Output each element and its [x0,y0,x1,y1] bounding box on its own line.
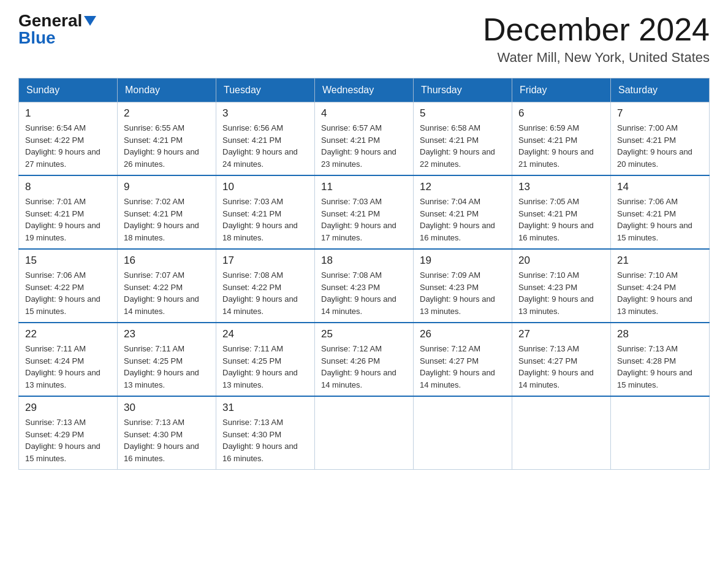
day-info: Sunrise: 7:04 AM Sunset: 4:21 PM Dayligh… [420,196,506,243]
logo-blue-text: Blue [18,29,56,47]
calendar-cell: 28 Sunrise: 7:13 AM Sunset: 4:28 PM Dayl… [611,323,710,396]
day-info: Sunrise: 7:08 AM Sunset: 4:22 PM Dayligh… [222,269,308,317]
day-info: Sunrise: 6:55 AM Sunset: 4:21 PM Dayligh… [124,122,210,170]
day-number: 24 [222,328,308,340]
col-header-friday: Friday [512,79,611,102]
calendar-cell [611,396,710,470]
col-header-monday: Monday [118,79,216,102]
day-info: Sunrise: 7:12 AM Sunset: 4:27 PM Dayligh… [420,343,506,391]
day-number: 23 [124,328,210,340]
day-info: Sunrise: 7:05 AM Sunset: 4:21 PM Dayligh… [518,196,604,243]
day-info: Sunrise: 7:11 AM Sunset: 4:25 PM Dayligh… [124,343,210,391]
day-number: 3 [222,107,308,120]
day-info: Sunrise: 7:11 AM Sunset: 4:25 PM Dayligh… [222,343,308,391]
day-info: Sunrise: 6:56 AM Sunset: 4:21 PM Dayligh… [222,122,308,170]
calendar-cell: 20 Sunrise: 7:10 AM Sunset: 4:23 PM Dayl… [512,249,611,323]
page-header: General Blue December 2024 Water Mill, N… [18,12,710,66]
day-info: Sunrise: 7:10 AM Sunset: 4:24 PM Dayligh… [617,269,703,317]
day-number: 7 [617,107,703,120]
calendar-cell: 16 Sunrise: 7:07 AM Sunset: 4:22 PM Dayl… [118,249,216,323]
calendar-cell: 2 Sunrise: 6:55 AM Sunset: 4:21 PM Dayli… [118,102,216,176]
day-number: 4 [321,107,407,120]
day-number: 13 [518,181,604,193]
calendar-cell: 22 Sunrise: 7:11 AM Sunset: 4:24 PM Dayl… [19,323,118,396]
day-info: Sunrise: 7:09 AM Sunset: 4:23 PM Dayligh… [420,269,506,317]
calendar-cell: 15 Sunrise: 7:06 AM Sunset: 4:22 PM Dayl… [19,249,118,323]
col-header-tuesday: Tuesday [216,79,315,102]
calendar-cell: 18 Sunrise: 7:08 AM Sunset: 4:23 PM Dayl… [315,249,414,323]
day-number: 8 [25,181,111,193]
calendar-week-row: 8 Sunrise: 7:01 AM Sunset: 4:21 PM Dayli… [19,175,710,249]
day-info: Sunrise: 6:57 AM Sunset: 4:21 PM Dayligh… [321,122,407,170]
day-number: 11 [321,181,407,193]
logo: General Blue [18,12,96,47]
day-info: Sunrise: 7:10 AM Sunset: 4:23 PM Dayligh… [518,269,604,317]
logo-general-text: General [18,12,82,29]
day-number: 22 [25,328,111,340]
day-info: Sunrise: 6:59 AM Sunset: 4:21 PM Dayligh… [518,122,604,170]
calendar-cell: 27 Sunrise: 7:13 AM Sunset: 4:27 PM Dayl… [512,323,611,396]
calendar-cell: 7 Sunrise: 7:00 AM Sunset: 4:21 PM Dayli… [611,102,710,176]
day-number: 27 [518,328,604,340]
day-info: Sunrise: 7:13 AM Sunset: 4:29 PM Dayligh… [25,416,111,464]
col-header-sunday: Sunday [19,79,118,102]
logo-triangle-icon [84,16,96,26]
day-info: Sunrise: 7:13 AM Sunset: 4:30 PM Dayligh… [222,416,308,464]
calendar-cell: 3 Sunrise: 6:56 AM Sunset: 4:21 PM Dayli… [216,102,315,176]
day-info: Sunrise: 7:08 AM Sunset: 4:23 PM Dayligh… [321,269,407,317]
day-number: 28 [617,328,703,340]
day-info: Sunrise: 7:03 AM Sunset: 4:21 PM Dayligh… [321,196,407,243]
day-number: 9 [124,181,210,193]
calendar-cell: 9 Sunrise: 7:02 AM Sunset: 4:21 PM Dayli… [118,175,216,249]
calendar-header-row: SundayMondayTuesdayWednesdayThursdayFrid… [19,79,710,102]
calendar-cell: 26 Sunrise: 7:12 AM Sunset: 4:27 PM Dayl… [414,323,512,396]
calendar-table: SundayMondayTuesdayWednesdayThursdayFrid… [18,78,710,470]
calendar-cell: 23 Sunrise: 7:11 AM Sunset: 4:25 PM Dayl… [118,323,216,396]
col-header-wednesday: Wednesday [315,79,414,102]
calendar-cell: 30 Sunrise: 7:13 AM Sunset: 4:30 PM Dayl… [118,396,216,470]
calendar-week-row: 1 Sunrise: 6:54 AM Sunset: 4:22 PM Dayli… [19,102,710,176]
day-number: 2 [124,107,210,120]
day-info: Sunrise: 7:01 AM Sunset: 4:21 PM Dayligh… [25,196,111,243]
calendar-cell: 25 Sunrise: 7:12 AM Sunset: 4:26 PM Dayl… [315,323,414,396]
day-number: 5 [420,107,506,120]
calendar-week-row: 15 Sunrise: 7:06 AM Sunset: 4:22 PM Dayl… [19,249,710,323]
day-number: 6 [518,107,604,120]
day-number: 31 [222,402,308,414]
day-number: 16 [124,255,210,267]
title-section: December 2024 Water Mill, New York, Unit… [483,12,710,66]
calendar-cell: 6 Sunrise: 6:59 AM Sunset: 4:21 PM Dayli… [512,102,611,176]
day-number: 19 [420,255,506,267]
day-number: 20 [518,255,604,267]
calendar-week-row: 29 Sunrise: 7:13 AM Sunset: 4:29 PM Dayl… [19,396,710,470]
day-info: Sunrise: 6:54 AM Sunset: 4:22 PM Dayligh… [25,122,111,170]
col-header-saturday: Saturday [611,79,710,102]
day-info: Sunrise: 7:13 AM Sunset: 4:28 PM Dayligh… [617,343,703,391]
day-info: Sunrise: 7:03 AM Sunset: 4:21 PM Dayligh… [222,196,308,243]
calendar-cell: 4 Sunrise: 6:57 AM Sunset: 4:21 PM Dayli… [315,102,414,176]
day-number: 17 [222,255,308,267]
day-number: 26 [420,328,506,340]
day-info: Sunrise: 7:00 AM Sunset: 4:21 PM Dayligh… [617,122,703,170]
day-number: 30 [124,402,210,414]
location-subtitle: Water Mill, New York, United States [483,50,710,66]
day-number: 1 [25,107,111,120]
calendar-cell: 1 Sunrise: 6:54 AM Sunset: 4:22 PM Dayli… [19,102,118,176]
calendar-cell: 21 Sunrise: 7:10 AM Sunset: 4:24 PM Dayl… [611,249,710,323]
calendar-cell: 14 Sunrise: 7:06 AM Sunset: 4:21 PM Dayl… [611,175,710,249]
day-number: 10 [222,181,308,193]
day-info: Sunrise: 7:13 AM Sunset: 4:30 PM Dayligh… [124,416,210,464]
day-info: Sunrise: 7:07 AM Sunset: 4:22 PM Dayligh… [124,269,210,317]
day-number: 25 [321,328,407,340]
day-info: Sunrise: 7:13 AM Sunset: 4:27 PM Dayligh… [518,343,604,391]
calendar-cell: 12 Sunrise: 7:04 AM Sunset: 4:21 PM Dayl… [414,175,512,249]
day-info: Sunrise: 7:06 AM Sunset: 4:21 PM Dayligh… [617,196,703,243]
day-number: 29 [25,402,111,414]
calendar-cell: 17 Sunrise: 7:08 AM Sunset: 4:22 PM Dayl… [216,249,315,323]
calendar-cell [414,396,512,470]
calendar-cell: 19 Sunrise: 7:09 AM Sunset: 4:23 PM Dayl… [414,249,512,323]
day-info: Sunrise: 6:58 AM Sunset: 4:21 PM Dayligh… [420,122,506,170]
calendar-cell [315,396,414,470]
calendar-cell: 13 Sunrise: 7:05 AM Sunset: 4:21 PM Dayl… [512,175,611,249]
col-header-thursday: Thursday [414,79,512,102]
